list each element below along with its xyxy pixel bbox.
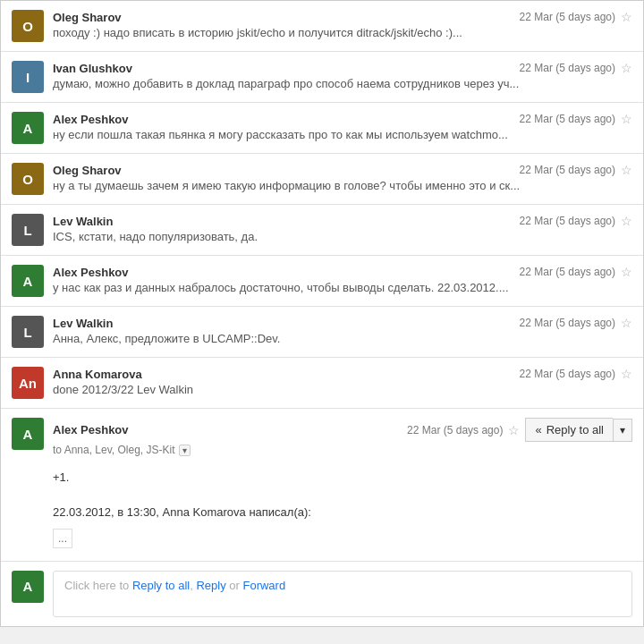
- avatar-initials: A: [12, 265, 44, 297]
- message-row[interactable]: An Anna Komarova 22 Mar (5 days ago) ☆ d…: [1, 358, 643, 409]
- star-icon[interactable]: ☆: [621, 265, 632, 279]
- message-meta: 22 Mar (5 days ago) ☆: [520, 265, 632, 279]
- thread-container: O Oleg Sharov 22 Mar (5 days ago) ☆ похо…: [1, 1, 643, 626]
- star-icon[interactable]: ☆: [621, 10, 632, 24]
- message-row[interactable]: L Lev Walkin 22 Mar (5 days ago) ☆ ICS, …: [1, 205, 643, 256]
- compose-row: A Click here to Reply to all, Reply or F…: [1, 562, 643, 626]
- compose-reply-to-all-link[interactable]: Reply to all: [132, 579, 190, 592]
- avatar: I: [12, 61, 44, 93]
- reply-to-all-button[interactable]: « Reply to all: [525, 418, 613, 442]
- expanded-sender-name: Alex Peshkov: [53, 423, 129, 436]
- message-row[interactable]: O Oleg Sharov 22 Mar (5 days ago) ☆ похо…: [1, 1, 643, 52]
- message-body: Lev Walkin 22 Mar (5 days ago) ☆ Анна, А…: [53, 316, 632, 345]
- expanded-message-body: Alex Peshkov 22 Mar (5 days ago) ☆ « Rep…: [53, 418, 632, 465]
- email-thread: O Oleg Sharov 22 Mar (5 days ago) ☆ похо…: [0, 0, 644, 627]
- sender-name: Oleg Sharov: [53, 164, 122, 177]
- avatar: A: [12, 265, 44, 297]
- compose-avatar: A: [12, 571, 44, 603]
- message-preview: думаю, можно добавить в доклад параграф …: [53, 77, 572, 90]
- star-icon[interactable]: ☆: [621, 61, 632, 75]
- avatar: A: [12, 112, 44, 144]
- message-header: Lev Walkin 22 Mar (5 days ago) ☆: [53, 316, 632, 330]
- compose-reply-link[interactable]: Reply: [196, 579, 225, 592]
- message-body: Alex Peshkov 22 Mar (5 days ago) ☆ ну ес…: [53, 112, 632, 141]
- avatar-initials: A: [12, 418, 44, 450]
- message-preview: Анна, Алекс, предложите в ULCAMP::Dev.: [53, 332, 572, 345]
- collapsed-messages: O Oleg Sharov 22 Mar (5 days ago) ☆ похо…: [1, 1, 643, 409]
- message-date: 22 Mar (5 days ago): [520, 266, 615, 278]
- message-row[interactable]: A Alex Peshkov 22 Mar (5 days ago) ☆ у н…: [1, 256, 643, 307]
- message-meta: 22 Mar (5 days ago) ☆: [520, 214, 632, 228]
- compose-sep2: or: [226, 579, 243, 592]
- message-preview: ну а ты думаешь зачем я имею такую инфор…: [53, 179, 572, 192]
- sender-name: Alex Peshkov: [53, 113, 129, 126]
- avatar: O: [12, 10, 44, 42]
- avatar-initials: O: [12, 10, 44, 42]
- message-meta: 22 Mar (5 days ago) ☆: [520, 316, 632, 330]
- message-preview: done 2012/3/22 Lev Walkin: [53, 383, 572, 396]
- message-body: Lev Walkin 22 Mar (5 days ago) ☆ ICS, кс…: [53, 214, 632, 243]
- message-meta: 22 Mar (5 days ago) ☆: [520, 10, 632, 24]
- star-icon[interactable]: ☆: [621, 163, 632, 177]
- body-line2: 22.03.2012, в 13:30, Anna Komarova напис…: [53, 504, 632, 521]
- avatar-initials: A: [12, 112, 44, 144]
- message-row[interactable]: O Oleg Sharov 22 Mar (5 days ago) ☆ ну а…: [1, 154, 643, 205]
- message-date: 22 Mar (5 days ago): [520, 368, 615, 380]
- to-text: to Anna, Lev, Oleg, JS-Kit: [53, 444, 175, 456]
- star-icon[interactable]: ☆: [508, 423, 520, 437]
- message-meta: 22 Mar (5 days ago) ☆: [520, 112, 632, 126]
- message-preview: ну если пошла такая пьянка я могу расска…: [53, 128, 572, 141]
- to-line: to Anna, Lev, Oleg, JS-Kit ▾: [53, 444, 632, 456]
- message-row[interactable]: A Alex Peshkov 22 Mar (5 days ago) ☆ ну …: [1, 103, 643, 154]
- message-body: Oleg Sharov 22 Mar (5 days ago) ☆ походу…: [53, 10, 632, 39]
- avatar-initials: L: [12, 214, 44, 246]
- message-body: Anna Komarova 22 Mar (5 days ago) ☆ done…: [53, 367, 632, 396]
- message-preview: ICS, кстати, надо популяризовать, да.: [53, 230, 572, 243]
- avatar: L: [12, 316, 44, 348]
- compose-avatar-initial: A: [12, 571, 44, 603]
- expanded-content: +1. 22.03.2012, в 13:30, Anna Komarova н…: [1, 469, 643, 561]
- message-date: 22 Mar (5 days ago): [520, 215, 615, 227]
- avatar-initials: I: [12, 61, 44, 93]
- message-date: 22 Mar (5 days ago): [520, 11, 615, 23]
- message-body: Ivan Glushkov 22 Mar (5 days ago) ☆ дума…: [53, 61, 632, 90]
- body-line1: +1.: [53, 469, 632, 487]
- avatar-initials: An: [12, 367, 44, 399]
- message-meta: 22 Mar (5 days ago) ☆: [520, 163, 632, 177]
- expanded-message-row: A Alex Peshkov 22 Mar (5 days ago) ☆ « R…: [1, 409, 643, 469]
- expanded-message-header: Alex Peshkov 22 Mar (5 days ago) ☆ « Rep…: [53, 418, 632, 442]
- sender-name: Ivan Glushkov: [53, 62, 132, 75]
- avatar-initials: O: [12, 163, 44, 195]
- message-row[interactable]: I Ivan Glushkov 22 Mar (5 days ago) ☆ ду…: [1, 52, 643, 103]
- compose-forward-link[interactable]: Forward: [242, 579, 285, 592]
- expanded-message: A Alex Peshkov 22 Mar (5 days ago) ☆ « R…: [1, 409, 643, 562]
- message-date: 22 Mar (5 days ago): [520, 113, 615, 125]
- compose-input[interactable]: Click here to Reply to all, Reply or For…: [53, 571, 632, 617]
- message-date: 22 Mar (5 days ago): [520, 164, 615, 176]
- message-header: Ivan Glushkov 22 Mar (5 days ago) ☆: [53, 61, 632, 75]
- star-icon[interactable]: ☆: [621, 367, 632, 381]
- compose-placeholder-prefix: Click here to: [64, 579, 132, 592]
- avatar: L: [12, 214, 44, 246]
- quoted-block[interactable]: ...: [53, 529, 72, 548]
- message-preview: походу :) надо вписать в историю jskit/e…: [53, 26, 572, 39]
- message-meta: 22 Mar (5 days ago) ☆: [520, 367, 632, 381]
- message-header: Alex Peshkov 22 Mar (5 days ago) ☆: [53, 265, 632, 279]
- star-icon[interactable]: ☆: [621, 214, 632, 228]
- sender-name: Lev Walkin: [53, 215, 113, 228]
- avatar: A: [12, 418, 44, 450]
- message-header: Oleg Sharov 22 Mar (5 days ago) ☆: [53, 163, 632, 177]
- reply-actions: « Reply to all ▾: [525, 418, 632, 442]
- message-body: Oleg Sharov 22 Mar (5 days ago) ☆ ну а т…: [53, 163, 632, 192]
- reply-dropdown-button[interactable]: ▾: [613, 419, 632, 442]
- reply-icon: «: [535, 423, 541, 436]
- message-date: 22 Mar (5 days ago): [520, 317, 615, 329]
- star-icon[interactable]: ☆: [621, 112, 632, 126]
- sender-name: Alex Peshkov: [53, 266, 129, 279]
- message-header: Anna Komarova 22 Mar (5 days ago) ☆: [53, 367, 632, 381]
- message-row[interactable]: L Lev Walkin 22 Mar (5 days ago) ☆ Анна,…: [1, 307, 643, 358]
- expand-to-arrow[interactable]: ▾: [179, 445, 191, 456]
- expanded-message-date: 22 Mar (5 days ago): [407, 424, 503, 436]
- compose-sep1: ,: [190, 579, 193, 592]
- star-icon[interactable]: ☆: [621, 316, 632, 330]
